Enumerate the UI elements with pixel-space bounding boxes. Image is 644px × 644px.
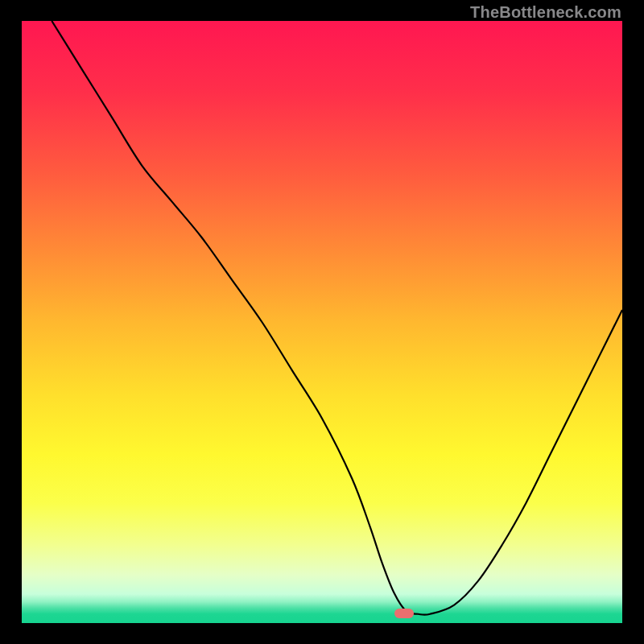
bottleneck-marker bbox=[394, 609, 414, 618]
background-gradient bbox=[22, 21, 622, 623]
watermark-text: TheBottleneck.com bbox=[470, 3, 621, 22]
plot-area bbox=[22, 21, 622, 623]
chart-frame: TheBottleneck.com bbox=[0, 0, 644, 644]
svg-rect-0 bbox=[22, 21, 622, 623]
